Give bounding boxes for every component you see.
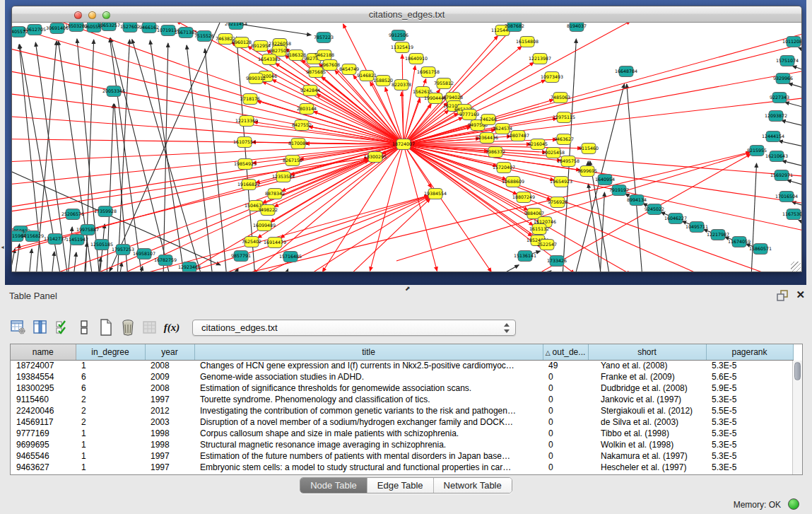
graph-node[interactable]: 20211454 — [225, 23, 247, 30]
table-cell[interactable]: 2003 — [145, 416, 194, 428]
table-cell[interactable]: 5.3E-5 — [706, 428, 793, 439]
table-row[interactable]: 1456911722003Disruption of a novel membe… — [11, 416, 793, 428]
graph-edge[interactable] — [12, 90, 404, 144]
graph-edge[interactable] — [404, 144, 801, 177]
graph-edge[interactable] — [782, 160, 801, 168]
table-cell[interactable]: 1 — [76, 439, 145, 450]
table-cell[interactable]: 1998 — [145, 428, 194, 439]
graph-node[interactable]: 12505185 — [90, 240, 113, 250]
graph-edge[interactable] — [404, 144, 801, 233]
table-cell[interactable]: Estimation of significance thresholds fo… — [194, 382, 543, 394]
table-cell[interactable]: 9115460 — [11, 394, 76, 405]
graph-node[interactable]: 18495758 — [557, 156, 579, 167]
graph-node[interactable]: 19654923 — [550, 177, 572, 187]
table-cell[interactable]: Investigating the contribution of common… — [194, 405, 543, 416]
table-cell[interactable]: 5.3E-5 — [706, 462, 793, 473]
graph-node[interactable]: 12213987 — [529, 54, 551, 64]
column-header-in_degree[interactable]: in_degree — [76, 344, 145, 360]
graph-node[interactable]: 12444154 — [762, 132, 784, 142]
graph-node[interactable]: 19166822 — [237, 180, 260, 190]
table-cell[interactable]: 9777169 — [11, 428, 76, 439]
table-cell[interactable]: 1997 — [145, 394, 194, 405]
graph-node[interactable]: 746266 — [480, 115, 497, 125]
graph-node[interactable]: 12213369 — [235, 116, 258, 127]
graph-node[interactable]: 12217987 — [707, 230, 729, 240]
graph-node[interactable]: 1615132 — [529, 224, 549, 235]
graph-node[interactable]: 9242844 — [300, 86, 320, 96]
network-graph-canvas[interactable]: 7463822896012889129542322605898275051654… — [12, 23, 801, 272]
graph-node[interactable]: 1588520 — [373, 76, 393, 86]
graph-node[interactable]: 5462188 — [314, 50, 334, 61]
table-row[interactable]: 946554611997Estimation of the future num… — [11, 450, 793, 462]
table-cell[interactable]: 2009 — [145, 371, 194, 382]
table-cell[interactable]: 1 — [76, 360, 145, 371]
close-panel-icon[interactable]: ✕ — [796, 288, 805, 301]
graph-edge[interactable] — [779, 141, 801, 148]
column-header-year[interactable]: year — [145, 344, 194, 360]
graph-node[interactable]: 7986372 — [486, 147, 505, 158]
column-header-name[interactable]: name — [11, 344, 76, 360]
graph-edge[interactable] — [12, 139, 404, 144]
table-cell[interactable]: Stergiakouli et al. (2012) — [588, 405, 706, 416]
tab-network-table[interactable]: Network Table — [434, 478, 512, 493]
table-cell[interactable]: 0 — [543, 439, 588, 450]
graph-edge[interactable] — [285, 269, 288, 272]
graph-node[interactable]: 2522547 — [537, 240, 557, 250]
table-cell[interactable]: Yano et al. (2008) — [588, 360, 706, 371]
create-column-icon[interactable] — [76, 318, 93, 337]
table-cell[interactable]: Changes of HCN gene expression and I(f) … — [194, 360, 543, 371]
graph-node[interactable]: 1527602 — [120, 23, 140, 33]
table-scrollbar-thumb[interactable] — [794, 362, 801, 380]
graph-node[interactable]: 20053346 — [102, 86, 125, 97]
graph-edge[interactable] — [117, 40, 129, 272]
table-cell[interactable]: Corpus callosum shape and size in male p… — [194, 428, 543, 439]
table-cell[interactable]: Disruption of a novel member of a sodium… — [194, 416, 543, 428]
table-cell[interactable]: 0 — [543, 405, 588, 416]
graph-edge[interactable] — [782, 120, 801, 127]
graph-edge[interactable] — [751, 163, 757, 272]
tab-edge-table[interactable]: Edge Table — [367, 478, 434, 493]
column-header-title[interactable]: title — [194, 344, 543, 360]
graph-node[interactable]: 9463627 — [554, 134, 574, 145]
tab-node-table[interactable]: Node Table — [300, 478, 367, 493]
graph-node[interactable]: 9912506 — [389, 30, 408, 41]
graph-node[interactable]: 9777169 — [459, 110, 479, 120]
table-cell[interactable]: de Silva et al. (2003) — [588, 416, 706, 428]
graph-node[interactable]: 9329966 — [773, 74, 793, 84]
graph-node[interactable]: 8960128 — [232, 37, 252, 48]
table-cell[interactable]: 0 — [543, 394, 588, 405]
table-cell[interactable]: Tibbo et al. (1998) — [588, 428, 706, 439]
graph-node[interactable]: 12093872 — [765, 111, 787, 122]
table-cell[interactable]: Estimation of the future numbers of pati… — [194, 450, 543, 462]
table-row[interactable]: 969969511998Structural magnetic resonanc… — [11, 439, 793, 450]
graph-edge[interactable] — [12, 249, 15, 272]
table-row[interactable]: 2242004622012Investigating the contribut… — [11, 405, 793, 416]
graph-node[interactable]: 16210643 — [765, 151, 788, 162]
table-row[interactable]: 1938455462009Genome-wide association stu… — [11, 371, 793, 382]
table-cell[interactable]: 9699695 — [11, 439, 76, 450]
graph-node[interactable]: 7857223 — [314, 33, 334, 43]
graph-node[interactable]: 8912954 — [251, 41, 271, 52]
show-columns-icon[interactable] — [32, 318, 49, 337]
table-cell[interactable]: 0 — [543, 382, 588, 394]
table-row[interactable]: 946362711997Embryonic stem cells: a mode… — [11, 462, 793, 473]
graph-edge[interactable] — [785, 103, 801, 109]
table-cell[interactable]: 1 — [76, 450, 145, 462]
graph-node[interactable]: 17359928 — [94, 206, 117, 217]
graph-edge[interactable] — [404, 144, 546, 152]
window-resize-grip[interactable] — [791, 262, 801, 271]
table-cell[interactable]: 2 — [76, 416, 145, 428]
table-cell[interactable]: 18300295 — [11, 382, 76, 394]
column-header-pagerank[interactable]: pagerank — [706, 344, 793, 360]
graph-edge[interactable] — [789, 83, 801, 90]
table-cell[interactable]: 5.9E-5 — [706, 382, 793, 394]
graph-edge[interactable] — [73, 252, 76, 272]
table-cell[interactable]: Embryonic stem cells: a model to study s… — [194, 462, 543, 473]
column-header-out_de[interactable]: △out_de... — [543, 344, 588, 360]
graph-node[interactable]: 8186328 — [286, 50, 306, 61]
table-cell[interactable]: 0 — [543, 416, 588, 428]
graph-node[interactable]: 1733426 — [547, 256, 567, 267]
table-cell[interactable]: 5.3E-5 — [706, 360, 793, 371]
graph-node[interactable]: 7919197 — [609, 185, 629, 196]
graph-edge[interactable] — [110, 23, 220, 271]
